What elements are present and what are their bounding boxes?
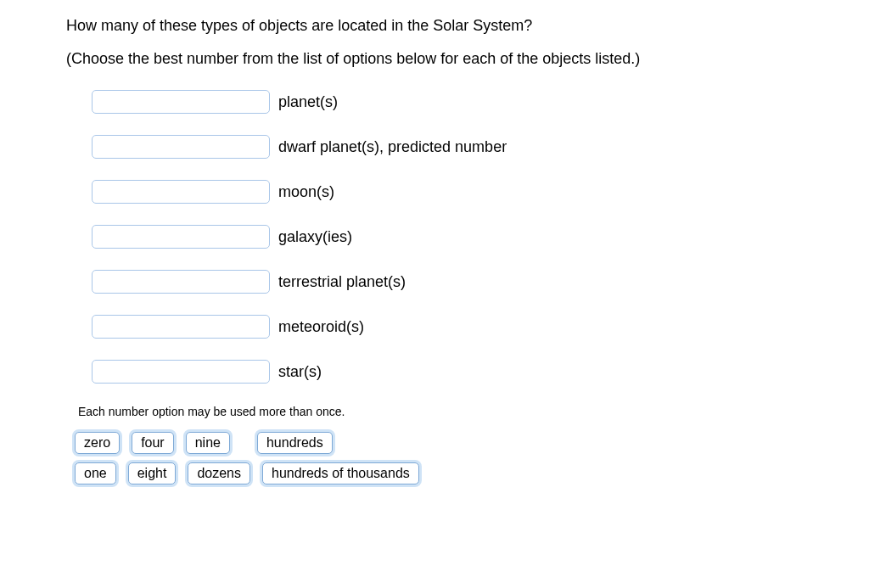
item-row: planet(s) [92,90,869,114]
usage-note: Each number option may be used more than… [78,405,869,418]
item-label: dwarf planet(s), predicted number [278,138,507,156]
item-label: terrestrial planet(s) [278,273,406,291]
item-row: star(s) [92,360,869,384]
answer-items: planet(s) dwarf planet(s), predicted num… [92,90,869,384]
drop-slot-dwarf-planets[interactable] [92,135,270,159]
token-row: zero four nine hundreds [75,432,869,454]
question-text: How many of these types of objects are l… [66,15,869,36]
item-row: galaxy(ies) [92,225,869,249]
token-dozens[interactable]: dozens [188,462,250,484]
item-row: terrestrial planet(s) [92,270,869,294]
item-label: planet(s) [278,93,338,111]
item-row: dwarf planet(s), predicted number [92,135,869,159]
drop-slot-meteoroids[interactable] [92,315,270,339]
token-hundreds-of-thousands[interactable]: hundreds of thousands [262,462,419,484]
drop-slot-galaxies[interactable] [92,225,270,249]
item-label: galaxy(ies) [278,228,352,246]
item-label: star(s) [278,363,322,381]
item-label: moon(s) [278,183,334,201]
drop-slot-moons[interactable] [92,180,270,204]
question-container: How many of these types of objects are l… [0,0,869,484]
instruction-text: (Choose the best number from the list of… [66,48,869,70]
token-eight[interactable]: eight [128,462,177,484]
drop-slot-stars[interactable] [92,360,270,384]
token-nine[interactable]: nine [186,432,230,454]
item-row: meteoroid(s) [92,315,869,339]
token-four[interactable]: four [132,432,174,454]
drop-slot-terrestrial-planets[interactable] [92,270,270,294]
token-bank: zero four nine hundreds one eight dozens… [75,432,869,484]
item-label: meteoroid(s) [278,318,364,336]
item-row: moon(s) [92,180,869,204]
token-one[interactable]: one [75,462,116,484]
token-zero[interactable]: zero [75,432,120,454]
drop-slot-planets[interactable] [92,90,270,114]
token-hundreds[interactable]: hundreds [257,432,333,454]
token-row: one eight dozens hundreds of thousands [75,462,869,484]
